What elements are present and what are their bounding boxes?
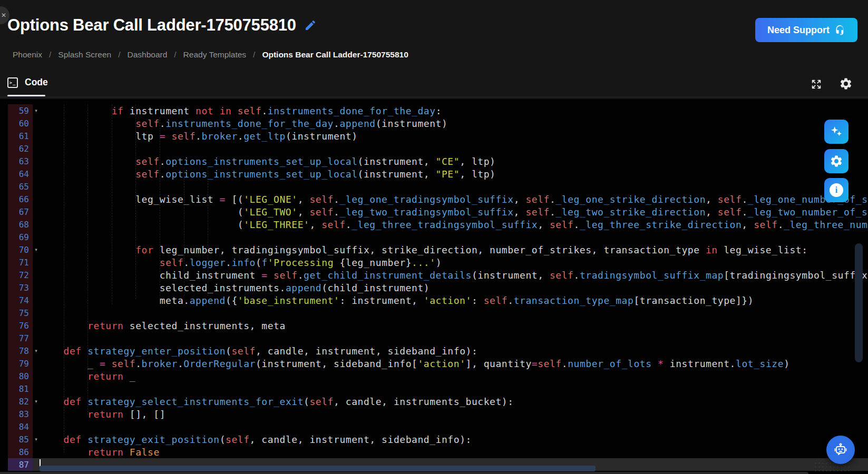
line-number: 85: [8, 433, 33, 446]
code-text: return selected_instruments, meta: [40, 320, 868, 331]
expand-icon: [811, 78, 822, 90]
breadcrumb-item[interactable]: Dashboard: [127, 50, 167, 60]
breadcrumb-item[interactable]: Phoenix: [13, 50, 42, 60]
tab-divider: [0, 97, 868, 97]
horizontal-scrollbar-thumb[interactable]: [40, 466, 596, 471]
info-button[interactable]: i: [824, 178, 849, 202]
gutter-margin: [0, 408, 8, 420]
code-text: for leg_number, tradingingsymbol_suffix,…: [40, 244, 868, 255]
fold-arrow-icon[interactable]: ▾: [33, 247, 40, 252]
chat-bot-button[interactable]: [826, 436, 855, 464]
code-text: self.options_instruments_set_up_local(in…: [40, 156, 868, 167]
code-text: return [], []: [40, 409, 868, 420]
ai-assist-button[interactable]: [824, 120, 849, 144]
line-number: 79: [8, 357, 33, 370]
line-number: 76: [8, 319, 33, 332]
fold-arrow-icon[interactable]: ▾: [33, 437, 40, 442]
breadcrumb: Phoenix/Splash Screen/Dashboard/Ready Te…: [13, 50, 408, 60]
code-text: self.logger.info(f'Processing {leg_numbe…: [40, 257, 868, 268]
code-line: 66 leg_wise_list = [('LEG_ONE', self._le…: [0, 193, 868, 205]
line-number: 86: [8, 446, 33, 458]
breadcrumb-item[interactable]: Splash Screen: [58, 50, 111, 60]
page-title: Options Bear Call Ladder-1750755810: [7, 16, 296, 35]
line-number: 69: [8, 231, 33, 243]
gutter-margin: [0, 218, 8, 231]
code-line: 78▾ def strategy_enter_position(self, ca…: [0, 344, 868, 357]
code-line: 81: [0, 382, 868, 395]
code-line: 72 child_instrument = self.get_child_ins…: [0, 269, 868, 281]
info-icon: i: [830, 183, 843, 197]
gutter-margin: [0, 281, 8, 294]
breadcrumb-separator: /: [174, 50, 176, 60]
gutter-margin: [0, 319, 8, 332]
code-text: return False: [40, 447, 868, 458]
line-number: 64: [8, 167, 33, 180]
line-number: 70: [8, 243, 33, 256]
gutter-margin: [0, 458, 8, 471]
need-support-label: Need Support: [767, 25, 830, 36]
gutter-margin: [0, 344, 8, 357]
gutter-margin: [0, 357, 8, 370]
robot-chat-icon: [832, 441, 849, 458]
fullscreen-button[interactable]: [811, 78, 822, 90]
line-number: 75: [8, 307, 33, 319]
line-number: 74: [8, 294, 33, 307]
gutter-margin: [0, 243, 8, 256]
code-text: ('LEG_TWO', self._leg_two_tradingsymbol_…: [40, 206, 868, 218]
edit-title-button[interactable]: [304, 18, 317, 32]
gutter-margin: [0, 180, 8, 193]
need-support-button[interactable]: Need Support: [755, 18, 857, 42]
strategy-settings-button[interactable]: [824, 149, 849, 173]
breadcrumb-item[interactable]: Options Bear Call Ladder-1750755810: [262, 50, 408, 60]
code-text: return _: [40, 371, 868, 382]
gutter-margin: [0, 433, 8, 446]
code-editor[interactable]: 59▾ if instrument not in self.instrument…: [0, 99, 868, 474]
breadcrumb-item[interactable]: Ready Templates: [183, 50, 246, 60]
code-line: 61 ltp = self.broker.get_ltp(instrument): [0, 130, 868, 142]
line-number: 65: [8, 180, 33, 193]
fold-arrow-icon[interactable]: ▾: [33, 348, 40, 353]
code-line: 74 meta.append({'base_instrument': instr…: [0, 294, 868, 307]
line-number: 80: [8, 370, 33, 382]
gutter-margin: [0, 294, 8, 307]
code-text: self.instruments_done_for_the_day.append…: [40, 118, 868, 129]
code-text: meta.append({'base_instrument': instrume…: [40, 295, 868, 306]
gutter-margin: [0, 395, 8, 408]
line-number: 84: [8, 420, 33, 433]
line-number: 78: [8, 344, 33, 357]
code-text: _ = self.broker.OrderRegular(instrument,…: [40, 358, 868, 369]
fold-arrow-icon[interactable]: ▾: [33, 399, 40, 404]
line-number: 73: [8, 281, 33, 294]
gutter-margin: [0, 446, 8, 458]
line-number: 62: [8, 142, 33, 155]
code-line: 80 return _: [0, 370, 868, 382]
line-number: 59: [8, 104, 33, 117]
line-number: 71: [8, 256, 33, 269]
code-text: self.options_instruments_set_up_local(in…: [40, 169, 868, 180]
code-line: 60 self.instruments_done_for_the_day.app…: [0, 117, 868, 130]
code-line: 77: [0, 332, 868, 344]
close-icon: ✕: [1, 12, 6, 19]
breadcrumb-separator: /: [49, 50, 51, 60]
gear-icon: [830, 154, 843, 168]
code-line: 86 return False: [0, 446, 868, 458]
code-line: 69: [0, 231, 868, 243]
code-line: 83 return [], []: [0, 408, 868, 420]
fold-arrow-icon[interactable]: ▾: [33, 108, 40, 113]
code-line: 73 selected_instruments.append(child_ins…: [0, 281, 868, 294]
line-number: 82: [8, 395, 33, 408]
vertical-scrollbar-thumb[interactable]: [855, 243, 863, 362]
line-number: 72: [8, 269, 33, 281]
code-text: ('LEG_THREE', self._leg_three_tradingsym…: [40, 219, 868, 230]
code-text: def strategy_exit_position(self, candle,…: [40, 434, 868, 445]
tab-code[interactable]: >_ Code: [7, 77, 48, 88]
editor-settings-button[interactable]: [839, 77, 853, 91]
pencil-icon: [304, 19, 317, 32]
code-line: 82▾ def strategy_select_instruments_for_…: [0, 395, 868, 408]
code-line: 79 _ = self.broker.OrderRegular(instrume…: [0, 357, 868, 370]
code-text: ltp = self.broker.get_ltp(instrument): [40, 131, 868, 142]
code-line: 62: [0, 142, 868, 155]
code-line: 70▾ for leg_number, tradingingsymbol_suf…: [0, 243, 868, 256]
tab-active-indicator: [7, 95, 45, 96]
gutter-margin: [0, 193, 8, 205]
